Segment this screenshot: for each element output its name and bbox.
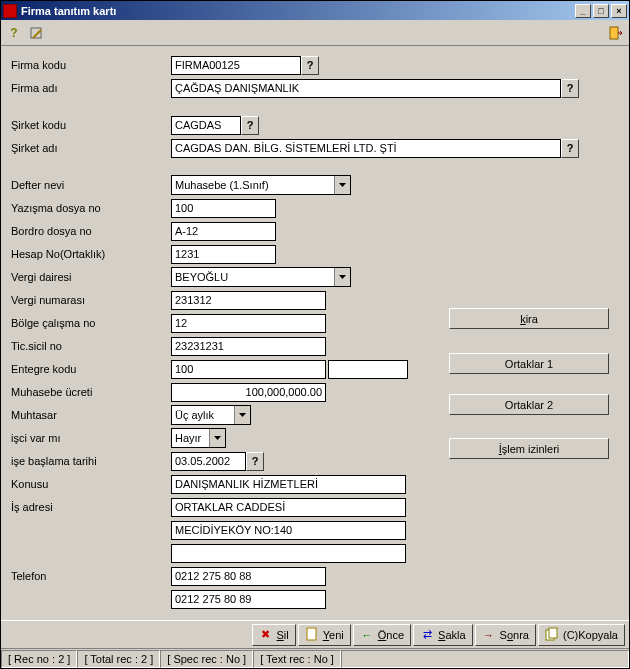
yeni-button[interactable]: Yeni <box>298 624 351 646</box>
minimize-button[interactable]: _ <box>575 4 591 18</box>
statusbar: [ Rec no : 2 ] [ Total rec : 2 ] [ Spec … <box>1 648 629 668</box>
svg-line-1 <box>33 30 41 38</box>
save-icon: ⇄ <box>420 628 434 641</box>
status-total-rec: [ Total rec : 2 ] <box>77 650 160 668</box>
vergi-dairesi-value: BEYOĞLU <box>172 268 334 286</box>
svg-marker-6 <box>214 436 221 440</box>
status-empty <box>341 650 629 668</box>
form-area: Firma kodu ? Firma adı ? Şirket kodu ? Ş… <box>1 46 629 620</box>
firma-kodu-input[interactable] <box>171 56 301 75</box>
svg-marker-4 <box>339 275 346 279</box>
app-icon <box>3 4 17 18</box>
entegre-extra-input[interactable] <box>328 360 408 379</box>
entegre-input[interactable] <box>171 360 326 379</box>
new-icon <box>305 627 319 643</box>
label-muhasebe-ucreti: Muhasebe ücreti <box>11 386 171 398</box>
label-muhtasar: Muhtasar <box>11 409 171 421</box>
label-vergi-no: Vergi numarası <box>11 294 171 306</box>
adres3-input[interactable] <box>171 544 406 563</box>
window-frame: Firma tanıtım kartı _ □ × ? Firma kodu ?… <box>0 0 630 669</box>
vergi-dairesi-combo[interactable]: BEYOĞLU <box>171 267 351 287</box>
label-hesap-no: Hesap No(Ortaklık) <box>11 248 171 260</box>
copy-icon <box>545 627 559 643</box>
label-is-adresi: İş adresi <box>11 501 171 513</box>
ortaklar2-button[interactable]: Ortaklar 2 <box>449 394 609 415</box>
sirket-adi-lookup[interactable]: ? <box>561 139 579 158</box>
prev-icon: ← <box>360 629 374 641</box>
next-icon: → <box>482 629 496 641</box>
muhasebe-ucreti-input[interactable] <box>171 383 326 402</box>
adres1-input[interactable] <box>171 498 406 517</box>
defter-nevi-combo[interactable]: Muhasebe (1.Sınıf) <box>171 175 351 195</box>
konusu-input[interactable] <box>171 475 406 494</box>
firma-adi-lookup[interactable]: ? <box>561 79 579 98</box>
ise-baslama-input[interactable] <box>171 452 246 471</box>
firma-kodu-lookup[interactable]: ? <box>301 56 319 75</box>
maximize-button[interactable]: □ <box>593 4 609 18</box>
hesap-no-input[interactable] <box>171 245 276 264</box>
svg-marker-5 <box>239 413 246 417</box>
label-isci: işci var mı <box>11 432 171 444</box>
svg-rect-2 <box>610 27 618 39</box>
tic-sicil-input[interactable] <box>171 337 326 356</box>
sirket-kodu-input[interactable] <box>171 116 241 135</box>
label-sirket-adi: Şirket adı <box>11 142 171 154</box>
titlebar: Firma tanıtım kartı _ □ × <box>1 1 629 20</box>
kira-button[interactable]: kira <box>449 308 609 329</box>
toolbar-top: ? <box>1 20 629 46</box>
status-rec-no: [ Rec no : 2 ] <box>1 650 77 668</box>
label-entegre: Entegre kodu <box>11 363 171 375</box>
label-yazisma: Yazışma dosya no <box>11 202 171 214</box>
adres2-input[interactable] <box>171 521 406 540</box>
label-defter-nevi: Defter nevi <box>11 179 171 191</box>
bordro-input[interactable] <box>171 222 276 241</box>
label-sirket-kodu: Şirket kodu <box>11 119 171 131</box>
status-spec-rec: [ Spec rec : No ] <box>160 650 253 668</box>
bolge-input[interactable] <box>171 314 326 333</box>
label-konusu: Konusu <box>11 478 171 490</box>
isci-value: Hayır <box>172 429 209 447</box>
label-tic-sicil: Tic.sicil no <box>11 340 171 352</box>
defter-nevi-value: Muhasebe (1.Sınıf) <box>172 176 334 194</box>
ortaklar1-button[interactable]: Ortaklar 1 <box>449 353 609 374</box>
label-bordro: Bordro dosya no <box>11 225 171 237</box>
label-firma-kodu: Firma kodu <box>11 59 171 71</box>
chevron-down-icon[interactable] <box>209 429 225 447</box>
isci-combo[interactable]: Hayır <box>171 428 226 448</box>
sirket-adi-input[interactable] <box>171 139 561 158</box>
label-firma-adi: Firma adı <box>11 82 171 94</box>
label-ise-baslama: işe başlama tarihi <box>11 455 171 467</box>
label-telefon: Telefon <box>11 570 171 582</box>
svg-rect-9 <box>549 628 557 638</box>
kopyala-button[interactable]: (C)Kopyala <box>538 624 625 646</box>
firma-adi-input[interactable] <box>171 79 561 98</box>
chevron-down-icon[interactable] <box>334 176 350 194</box>
svg-rect-7 <box>307 628 316 640</box>
muhtasar-value: Üç aylık <box>172 406 234 424</box>
svg-marker-3 <box>339 183 346 187</box>
chevron-down-icon[interactable] <box>334 268 350 286</box>
sakla-button[interactable]: ⇄ Sakla <box>413 624 473 646</box>
help-icon[interactable]: ? <box>3 22 25 44</box>
label-bolge: Bölge çalışma no <box>11 317 171 329</box>
islem-izinleri-button[interactable]: İşlem izinleri <box>449 438 609 459</box>
tel2-input[interactable] <box>171 590 326 609</box>
close-button[interactable]: × <box>611 4 627 18</box>
edit-icon[interactable] <box>25 22 47 44</box>
yazisma-input[interactable] <box>171 199 276 218</box>
sil-button[interactable]: ✖ Sil <box>252 624 296 646</box>
sirket-kodu-lookup[interactable]: ? <box>241 116 259 135</box>
title-controls: _ □ × <box>575 4 627 18</box>
window-title: Firma tanıtım kartı <box>21 5 575 17</box>
sonra-button[interactable]: → Sonra <box>475 624 536 646</box>
vergi-no-input[interactable] <box>171 291 326 310</box>
chevron-down-icon[interactable] <box>234 406 250 424</box>
status-text-rec: [ Text rec : No ] <box>253 650 341 668</box>
once-button[interactable]: ← Önce <box>353 624 411 646</box>
tel1-input[interactable] <box>171 567 326 586</box>
svg-rect-0 <box>31 28 41 38</box>
exit-icon[interactable] <box>605 22 627 44</box>
delete-icon: ✖ <box>259 628 273 641</box>
ise-baslama-lookup[interactable]: ? <box>246 452 264 471</box>
muhtasar-combo[interactable]: Üç aylık <box>171 405 251 425</box>
